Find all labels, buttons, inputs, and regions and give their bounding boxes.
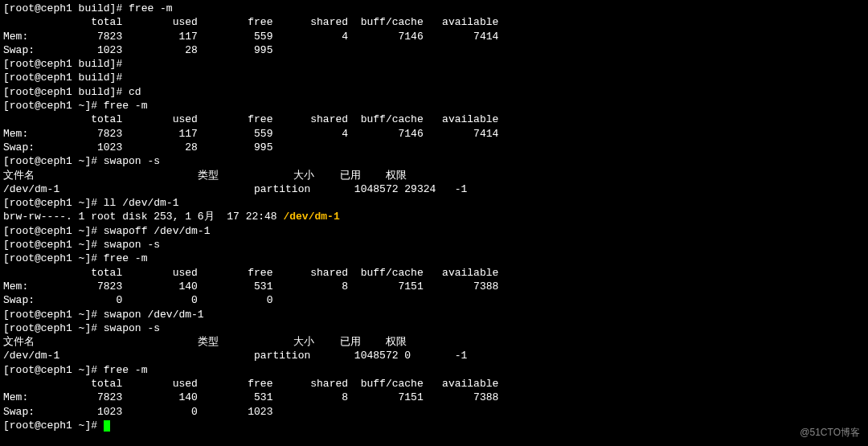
prompt-line: [root@ceph1 ~]# swapoff /dev/dm-1 [3, 224, 865, 238]
prompt-line: [root@ceph1 build]# [3, 57, 865, 71]
prompt-line: [root@ceph1 ~]# free -m [3, 252, 865, 265]
prompt-line: [root@ceph1 ~]# swapon /dev/dm-1 [3, 308, 865, 321]
swapon-row: /dev/dm-1 partition 1048572 29324 -1 [3, 182, 865, 196]
prompt-line: [root@ceph1 ~]# free -m [3, 99, 865, 113]
free-header: total used free shared buff/cache availa… [3, 113, 865, 126]
prompt-line-active[interactable]: [root@ceph1 ~]# [3, 419, 865, 432]
ll-perms: brw-rw----. 1 root disk 253, 1 6月 17 22:… [3, 211, 283, 223]
free-header: total used free shared buff/cache availa… [3, 266, 865, 280]
free-mem-row: Mem: 7823 140 531 8 7151 7388 [3, 280, 865, 293]
prompt-line: [root@ceph1 ~]# swapon -s [3, 154, 865, 168]
prompt-line: [root@ceph1 ~]# swapon -s [3, 238, 865, 252]
swapon-row: /dev/dm-1 partition 1048572 0 -1 [3, 349, 865, 362]
free-swap-row: Swap: 0 0 0 [3, 293, 865, 307]
free-mem-row: Mem: 7823 117 559 4 7146 7414 [3, 30, 865, 43]
prompt-line: [root@ceph1 build]# [3, 71, 865, 84]
prompt-line: [root@ceph1 ~]# free -m [3, 363, 865, 377]
prompt-line: [root@ceph1 ~]# ll /dev/dm-1 [3, 196, 865, 210]
swapon-header: 文件名 类型 大小 已用 权限 [3, 335, 865, 349]
free-header: total used free shared buff/cache availa… [3, 377, 865, 391]
free-mem-row: Mem: 7823 117 559 4 7146 7414 [3, 127, 865, 141]
free-swap-row: Swap: 1023 0 1023 [3, 405, 865, 419]
prompt-line: [root@ceph1 build]# cd [3, 85, 865, 99]
free-mem-row: Mem: 7823 140 531 8 7151 7388 [3, 391, 865, 404]
free-header: total used free shared buff/cache availa… [3, 15, 865, 29]
prompt-line: [root@ceph1 build]# free -m [3, 2, 865, 15]
free-swap-row: Swap: 1023 28 995 [3, 43, 865, 57]
prompt-text: [root@ceph1 ~]# [3, 419, 104, 432]
swapon-header: 文件名 类型 大小 已用 权限 [3, 169, 865, 182]
terminal-output[interactable]: [root@ceph1 build]# free -m total used f… [3, 2, 865, 432]
cursor-icon [104, 420, 110, 432]
device-path-highlight: /dev/dm-1 [283, 211, 339, 223]
prompt-line: [root@ceph1 ~]# swapon -s [3, 321, 865, 335]
ll-output: brw-rw----. 1 root disk 253, 1 6月 17 22:… [3, 210, 865, 223]
free-swap-row: Swap: 1023 28 995 [3, 141, 865, 154]
watermark-text: @51CTO博客 [800, 426, 860, 440]
